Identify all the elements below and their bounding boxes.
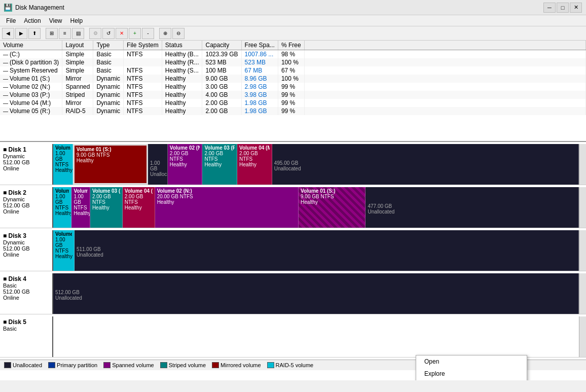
menu-file[interactable]: File xyxy=(2,16,20,25)
tb-list[interactable]: ≡ xyxy=(59,28,71,39)
title-bar: 💾 Disk Management ─ □ ✕ xyxy=(0,0,586,15)
cell-type: Dynamic xyxy=(93,107,124,115)
table-row[interactable]: —(C:) Simple Basic NTFS Healthy (B... 10… xyxy=(0,50,586,59)
window-controls[interactable]: ─ □ ✕ xyxy=(543,3,582,13)
cell-pct: 99 % xyxy=(278,91,304,99)
col-extra xyxy=(304,41,585,50)
disk-partition[interactable]: Volume 01 (S:)9.00 GB NTFSHealthy xyxy=(299,187,365,228)
table-row[interactable]: —System Reserved Simple Basic NTFS Healt… xyxy=(0,66,586,75)
disk-partitions-0: Volume 05 (R:)1.00 GB NTFSHealthyVolume … xyxy=(53,144,579,185)
cell-volume: —Volume 05 (R:) xyxy=(0,107,62,115)
table-row[interactable]: —Volume 01 (S:) Mirror Dynamic NTFS Heal… xyxy=(0,75,586,83)
cell-capacity: 1023.39 GB xyxy=(202,50,241,59)
disk-partition[interactable]: 495.00 GBUnallocated xyxy=(272,144,579,185)
legend-item: Unallocated xyxy=(4,362,42,368)
cell-extra xyxy=(304,75,585,83)
tb-extra1[interactable]: ⊕ xyxy=(159,28,171,39)
cell-capacity: 2.00 GB xyxy=(202,107,241,115)
disk-partition[interactable]: Volume 05 (R:)1.00 GB NTFSHealthy xyxy=(53,144,73,185)
menu-bar: File Action View Help xyxy=(0,15,586,26)
tb-back[interactable]: ◀ xyxy=(2,28,14,39)
col-pct[interactable]: % Free xyxy=(278,41,304,50)
maximize-button[interactable]: □ xyxy=(557,3,569,13)
volume-table: Volume Layout Type File System Status Ca… xyxy=(0,41,586,142)
cell-status: Healthy (B... xyxy=(162,50,202,59)
col-capacity[interactable]: Capacity xyxy=(202,41,241,50)
tb-delete[interactable]: ✕ xyxy=(116,28,128,39)
disk-partitions-4 xyxy=(53,316,579,357)
cell-free: 67 MB xyxy=(241,66,278,75)
cell-extra xyxy=(304,91,585,99)
disk-partition[interactable]: Volume 01 (S:)9.00 GB NTFSHealthy xyxy=(73,144,148,185)
cell-free: 1007.86 ... xyxy=(241,50,278,59)
col-layout[interactable]: Layout xyxy=(62,41,93,50)
cell-volume: —(Disk 0 partition 3) xyxy=(0,58,62,66)
cell-free: 2.98 GB xyxy=(241,83,278,91)
disk-partition[interactable]: 477.00 GBUnallocated xyxy=(365,187,579,228)
tb-remove[interactable]: - xyxy=(142,28,154,39)
disk-partition[interactable]: Volume 04 (M:)2.00 GB NTFSHealthy xyxy=(237,144,272,185)
tb-add[interactable]: + xyxy=(129,28,141,39)
table-row[interactable]: —Volume 03 (P:) Striped Dynamic NTFS Hea… xyxy=(0,91,586,99)
tb-up[interactable]: ⬆ xyxy=(28,28,41,39)
tb-view[interactable]: ⊞ xyxy=(46,28,58,39)
cell-pct: 67 % xyxy=(278,66,304,75)
col-volume[interactable]: Volume xyxy=(0,41,62,50)
close-button[interactable]: ✕ xyxy=(570,3,582,13)
disk-partition[interactable]: 511.00 GBUnallocated xyxy=(75,230,579,271)
menu-help[interactable]: Help xyxy=(66,16,87,25)
legend-item: Spanned volume xyxy=(103,362,154,368)
disk-partition[interactable]: Volume 03 (P:)2.00 GB NTFSHealthy xyxy=(202,144,237,185)
cell-fs: NTFS xyxy=(124,83,162,91)
cell-layout: Simple xyxy=(62,58,93,66)
disk-partition[interactable]: Volume 02 (N:)20.00 GB NTFSHealthy xyxy=(155,187,299,228)
disk-row: ■ Disk 2Dynamic512.00 GBOnlineVolume 05 … xyxy=(0,187,586,228)
col-fs[interactable]: File System xyxy=(124,41,162,50)
disk-row: ■ Disk 1Dynamic512.00 GBOnlineVolume 05 … xyxy=(0,144,586,185)
tb-refresh[interactable]: ↺ xyxy=(102,28,115,39)
menu-view[interactable]: View xyxy=(45,16,66,25)
cell-volume: —Volume 04 (M:) xyxy=(0,99,62,107)
disk-partition[interactable]: 1.00 GBUnallocated xyxy=(148,144,168,185)
cell-layout: Simple xyxy=(62,50,93,59)
cell-fs: NTFS xyxy=(124,66,162,75)
tb-prop[interactable]: ⚙ xyxy=(89,28,101,39)
table-row[interactable]: —Volume 02 (N:) Spanned Dynamic NTFS Hea… xyxy=(0,83,586,91)
menu-action[interactable]: Action xyxy=(20,16,45,25)
col-status[interactable]: Status xyxy=(162,41,202,50)
cell-fs xyxy=(124,58,162,66)
disk-partition[interactable]: Volume 04 (M:)2.00 GB NTFSHealthy xyxy=(123,187,155,228)
cell-layout: Mirror xyxy=(62,99,93,107)
col-type[interactable]: Type xyxy=(93,41,124,50)
disk-partition[interactable]: Volume 03 (P:)2.00 GB NTFSHealthy xyxy=(90,187,123,228)
cell-free: 1.98 GB xyxy=(241,99,278,107)
cell-layout: RAID-5 xyxy=(62,107,93,115)
cell-free: 8.96 GB xyxy=(241,75,278,83)
disk-partition[interactable]: Volume 02 (N:)1.00 GB NTFSHealthy xyxy=(71,187,90,228)
cell-type: Dynamic xyxy=(93,91,124,99)
table-row[interactable]: —Volume 04 (M:) Mirror Dynamic NTFS Heal… xyxy=(0,99,586,107)
cell-type: Basic xyxy=(93,66,124,75)
app-title: Disk Management xyxy=(15,4,64,11)
col-free[interactable]: Free Spa... xyxy=(241,41,278,50)
cell-capacity: 4.00 GB xyxy=(202,91,241,99)
tb-extra2[interactable]: ⊖ xyxy=(172,28,185,39)
disk-partition[interactable]: 512.00 GBUnallocated xyxy=(53,273,579,314)
table-row[interactable]: —(Disk 0 partition 3) Simple Basic Healt… xyxy=(0,58,586,66)
cell-extra xyxy=(304,50,585,59)
title-bar-left: 💾 Disk Management xyxy=(4,4,64,12)
tb-forward[interactable]: ▶ xyxy=(15,28,27,39)
legend-item: RAID-5 volume xyxy=(267,362,314,368)
disk-partition[interactable]: Volume 02 (N:)2.00 GB NTFSHealthy xyxy=(168,144,203,185)
context-menu-item[interactable]: Explore xyxy=(416,368,527,380)
tb-details[interactable]: ▤ xyxy=(72,28,84,39)
context-menu-item[interactable]: Open xyxy=(416,355,527,368)
table-row[interactable]: —Volume 05 (R:) RAID-5 Dynamic NTFS Heal… xyxy=(0,107,586,115)
cell-status: Healthy xyxy=(162,107,202,115)
disk-partition[interactable]: Volume 05 (R:)1.00 GB NTFSHealthy xyxy=(53,230,75,271)
cell-capacity: 9.00 GB xyxy=(202,75,241,83)
disk-partition[interactable]: Volume 05 (R:)1.00 GB NTFSHealthy xyxy=(53,187,71,228)
cell-pct: 99 % xyxy=(278,107,304,115)
minimize-button[interactable]: ─ xyxy=(543,3,556,13)
cell-status: Healthy xyxy=(162,83,202,91)
